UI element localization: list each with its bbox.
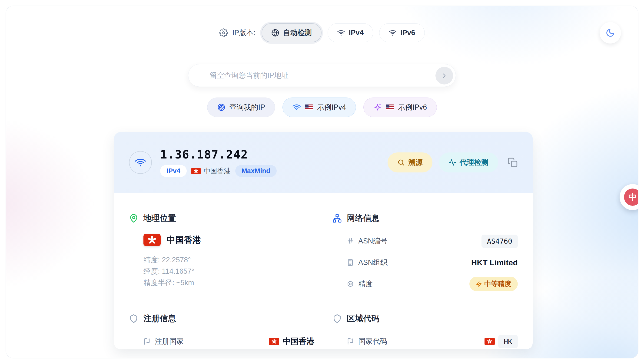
target-icon <box>217 103 226 111</box>
wifi-icon <box>135 157 146 168</box>
asn-number-label: ASN编号 <box>358 236 388 246</box>
registry-section: 注册信息 注册国家 <box>129 313 314 349</box>
geo-country: 中国香港 <box>167 234 201 246</box>
ip-search-input[interactable] <box>188 64 456 87</box>
asn-number-row: ASN编号 AS4760 <box>347 234 518 248</box>
ip-version-badge: IPv4 <box>160 165 187 177</box>
search-submit-button[interactable] <box>436 67 453 84</box>
dark-mode-toggle[interactable] <box>600 22 621 44</box>
ip-search-bar <box>188 64 456 87</box>
hk-flag <box>144 234 161 246</box>
shield-icon <box>129 314 138 323</box>
registry-country-value: 中国香港 <box>283 336 314 347</box>
translate-icon: 中 <box>624 189 638 206</box>
accuracy-badge: 中等精度 <box>470 277 518 291</box>
version-option-label: IPv4 <box>349 29 364 37</box>
proxy-check-button[interactable]: 代理检测 <box>439 152 498 172</box>
query-my-ip-chip[interactable]: 查询我的IP <box>207 98 275 117</box>
us-flag <box>305 104 313 110</box>
flag-icon <box>144 338 150 345</box>
trace-button-label: 溯源 <box>408 157 423 167</box>
section-title: 区域代码 <box>347 313 380 324</box>
region-section: 区域代码 国家代码 <box>332 313 518 349</box>
version-option-label: IPv6 <box>400 29 415 37</box>
accuracy-value: 中等精度 <box>484 279 511 289</box>
version-option-ipv6[interactable]: IPv6 <box>379 23 425 42</box>
accuracy-row: 精度 中等精度 <box>347 277 518 291</box>
section-title: 注册信息 <box>144 313 176 324</box>
proxy-check-label: 代理检测 <box>460 157 488 167</box>
version-option-ipv4[interactable]: IPv4 <box>328 23 373 42</box>
example-ipv6-chip[interactable]: 示例IPv6 <box>364 98 437 117</box>
longitude-value: 经度: 114.1657° <box>144 266 314 277</box>
hk-flag <box>484 338 495 345</box>
copy-ip-button[interactable] <box>508 157 518 167</box>
hk-flag <box>269 338 279 345</box>
ip-location: 中国香港 <box>191 166 231 176</box>
asn-org-row: ASN组织 HKT Limited <box>347 255 518 270</box>
wifi-icon <box>389 29 397 37</box>
network-section: 网络信息 ASN编号 AS4760 <box>332 213 518 298</box>
chip-label: 查询我的IP <box>230 102 265 112</box>
globe-icon <box>271 29 279 37</box>
gear-icon <box>219 28 228 37</box>
section-title: 地理位置 <box>144 213 176 224</box>
chip-label: 示例IPv4 <box>317 102 346 112</box>
country-code-row: 国家代码 HK <box>347 334 518 349</box>
copy-icon <box>508 157 518 167</box>
activity-icon <box>449 159 456 166</box>
flag-icon <box>347 338 354 345</box>
chevron-right-icon <box>441 72 448 79</box>
ip-location-label: 中国香港 <box>204 166 231 176</box>
result-card-actions: 溯源 代理检测 <box>388 152 518 172</box>
sparkles-icon <box>374 103 382 111</box>
app-container: IP版本: 自动检测 IPv4 IPv6 <box>6 6 638 358</box>
version-option-auto[interactable]: 自动检测 <box>262 23 322 42</box>
ip-version-label-group: IP版本: <box>219 28 256 38</box>
search-icon <box>397 159 405 166</box>
floating-translate-button[interactable]: 中 <box>620 184 638 210</box>
country-code-label: 国家代码 <box>358 336 387 346</box>
connection-icon-circle <box>129 151 152 174</box>
country-code-value: HK <box>498 335 518 348</box>
wifi-icon <box>292 103 301 111</box>
accuracy-radius-value: 精度半径: ~5km <box>144 277 314 289</box>
asn-org-label: ASN组织 <box>358 258 388 267</box>
ip-summary: 1.36.187.242 IPv4 中国香港 MaxMind <box>129 148 277 177</box>
asn-org-value: HKT Limited <box>471 258 518 267</box>
example-ipv4-chip[interactable]: 示例IPv4 <box>282 98 356 117</box>
ip-version-bar: IP版本: 自动检测 IPv4 IPv6 <box>6 23 638 42</box>
bullseye-icon <box>347 280 354 287</box>
data-source-badge: MaxMind <box>235 165 277 177</box>
ip-version-label: IP版本: <box>232 28 256 38</box>
latitude-value: 纬度: 22.2578° <box>144 254 314 266</box>
result-card-body: 地理位置 中国香港 纬度: 22.2578° 经度: 114.1657° 精度半… <box>114 193 533 349</box>
section-title: 网络信息 <box>347 213 380 224</box>
moon-icon <box>606 28 615 38</box>
map-pin-icon <box>129 214 138 223</box>
network-icon <box>332 214 342 223</box>
accuracy-label: 精度 <box>358 279 373 289</box>
trace-button[interactable]: 溯源 <box>388 152 432 172</box>
registry-country-label: 注册国家 <box>155 336 184 346</box>
version-option-label: 自动检测 <box>283 28 312 38</box>
geo-section: 地理位置 中国香港 纬度: 22.2578° 经度: 114.1657° 精度半… <box>129 213 314 298</box>
quick-actions: 查询我的IP 示例IPv4 示例IPv6 <box>6 98 638 117</box>
us-flag <box>386 104 394 110</box>
building-icon <box>347 259 354 266</box>
registry-country-row: 注册国家 中国香港 <box>144 334 314 349</box>
zap-icon <box>476 281 482 287</box>
ip-result-card: 1.36.187.242 IPv4 中国香港 MaxMind <box>114 132 533 349</box>
hk-flag <box>191 168 201 174</box>
hash-icon <box>347 238 354 245</box>
chip-label: 示例IPv6 <box>398 102 427 112</box>
result-card-header: 1.36.187.242 IPv4 中国香港 MaxMind <box>114 132 533 193</box>
shield-icon <box>332 314 342 323</box>
wifi-icon <box>337 29 345 37</box>
asn-number-value: AS4760 <box>482 235 518 248</box>
ip-address: 1.36.187.242 <box>160 148 277 161</box>
